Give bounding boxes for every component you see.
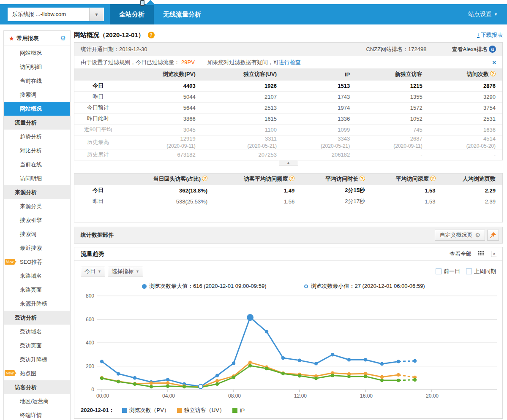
help-icon[interactable]: ? [289, 176, 294, 181]
help-icon[interactable]: ? [202, 176, 207, 181]
sidebar-item[interactable]: 受访域名 [4, 325, 70, 339]
cell-value: - [357, 149, 429, 160]
sidebar-item[interactable]: 搜索引擎 [4, 213, 70, 227]
svg-text:08:00: 08:00 [228, 393, 241, 399]
sidebar-item[interactable]: 网站概况 [4, 46, 70, 60]
customize-overview-button[interactable]: 自定义概况页 ⚙ [435, 230, 485, 241]
sidebar-section: 受访分析 [4, 311, 70, 325]
sidebar-item[interactable]: 最近搜索 [4, 241, 70, 255]
callout-arrow-icon [145, 0, 155, 5]
site-selector[interactable]: 乐乐线报 ...-llxbw.com ▼ [8, 8, 104, 21]
min-point-icon [304, 285, 308, 288]
pin-button[interactable] [487, 230, 499, 241]
help-icon[interactable]: ? [490, 71, 496, 76]
cell-value: 1355 [357, 91, 429, 102]
help-icon[interactable]: ? [360, 176, 365, 181]
sidebar-item[interactable]: 来源升降榜 [4, 297, 70, 311]
sidebar-item[interactable]: 当前在线 [4, 157, 70, 171]
legend-item[interactable]: 独立访客（UV） [177, 406, 225, 414]
notice-filtered-pv: 29PV [181, 59, 195, 65]
phone-icon [140, 0, 144, 6]
svg-text:0: 0 [91, 387, 94, 393]
engagement-table: 当日回头访客(占比)?访客平均访问频度?平均访问时长?平均访问深度?人均浏览页数… [74, 173, 502, 207]
sidebar-item[interactable]: 受访升降榜 [4, 352, 70, 366]
max-value-label: 浏览次数最大值：616 (2020-12-01 09:00-09:59) [149, 282, 266, 290]
checkbox-icon[interactable] [436, 268, 442, 274]
download-report-link[interactable]: ↓ 下载报表 [477, 31, 503, 39]
sidebar-item[interactable]: 来路页面 [4, 283, 70, 297]
cell-value: 2分15秒 [301, 185, 372, 196]
notice-text: 由于设置了过滤规则，今日已过滤流量： [81, 59, 180, 66]
alexa-rank-link[interactable]: 查看Alexa排名 a [452, 46, 496, 53]
sidebar-item[interactable]: 来路域名 [4, 269, 70, 283]
legend-label: 浏览次数（PV） [129, 406, 169, 414]
table-row: 昨日538(25.53%)1.562分17秒1.532.39 [74, 196, 502, 207]
sidebar-item[interactable]: 对比分析 [4, 144, 70, 157]
sidebar-item[interactable]: 受访页面 [4, 339, 70, 352]
svg-text:600: 600 [86, 317, 94, 322]
sidebar-item[interactable]: 搜索词 [4, 227, 70, 241]
top-tab[interactable]: 全站分析 [110, 4, 154, 24]
cell-value: 1.49 [214, 185, 301, 196]
cell-value: 207253 [202, 149, 283, 160]
cell-value: 2531 [429, 113, 502, 124]
line-chart[interactable]: 020040060080000:0004:0008:0012:0016:0020… [74, 290, 502, 405]
gear-icon[interactable]: ⚙ [60, 35, 66, 42]
site-settings-menu[interactable]: 站点设置 ▼ [468, 4, 498, 24]
sidebar-item[interactable]: 访问明细 [4, 60, 70, 74]
grid-icon[interactable] [478, 251, 484, 257]
legend-label: 独立访客（UV） [184, 406, 225, 414]
date-range-button[interactable]: 今日 ▼ [81, 266, 105, 276]
cell-value: 1572 [357, 102, 429, 113]
sidebar-section: 来源分析 [4, 185, 70, 199]
sidebar-item[interactable]: 终端详情 [4, 408, 70, 420]
new-badge: New [5, 370, 15, 376]
column-header: 平均访问深度? [372, 173, 442, 185]
cell-value: 538(25.53%) [122, 196, 214, 207]
cell-value: 1100 [202, 124, 283, 135]
sidebar-item[interactable]: New热点图 [4, 366, 70, 380]
checkbox-icon[interactable] [466, 268, 472, 274]
close-panel-icon[interactable]: × [491, 251, 497, 257]
sidebar-item[interactable]: 网站概况 [4, 102, 70, 116]
metric-select-button[interactable]: 选择指标 ▼ [108, 266, 143, 276]
cell-value: 745 [357, 124, 429, 135]
column-header: 访问次数? [429, 69, 502, 80]
collapse-button[interactable]: ▲ [279, 160, 298, 165]
top-tab[interactable]: 无线流量分析 [154, 4, 210, 24]
legend-item[interactable]: 浏览次数（PV） [122, 406, 169, 414]
column-header: 独立访客(UV) [202, 69, 283, 80]
help-icon[interactable]: ? [148, 32, 155, 38]
table-row: 历史累计673182207253206182-- [74, 149, 502, 160]
row-label: 今日预计 [74, 102, 122, 113]
sidebar-item[interactable]: 趋势分析 [4, 130, 70, 144]
sidebar-item[interactable]: 地区/运营商 [4, 394, 70, 408]
help-icon[interactable]: ? [430, 176, 436, 181]
sidebar-item[interactable]: 访问明细 [4, 171, 70, 185]
svg-text:200: 200 [86, 363, 94, 369]
filter-notice-bar: 由于设置了过滤规则，今日已过滤流量： 29PV 如果您对过滤数据有疑问，可 进行… [74, 56, 502, 69]
cell-value: 1.56 [214, 196, 301, 207]
sidebar-header-label: 常用报表 [17, 35, 39, 42]
check-link[interactable]: 进行检查 [279, 59, 301, 66]
chevron-down-icon[interactable]: ▼ [89, 8, 104, 21]
column-header: 平均访问时长? [301, 173, 372, 185]
cell-value: 3311(2020-05-21) [202, 135, 283, 149]
sidebar-item[interactable]: 来源分类 [4, 199, 70, 213]
sidebar-item[interactable]: 当前在线 [4, 74, 70, 88]
row-label: 昨日 [74, 196, 122, 207]
close-icon[interactable]: × [492, 59, 496, 66]
view-all-link[interactable]: 查看全部 [450, 250, 472, 258]
sidebar-item[interactable]: NewSEO推荐 [4, 255, 70, 269]
compare-checkbox[interactable]: 前一日 [436, 268, 460, 275]
sidebar-section: 流量分析 [4, 116, 70, 130]
legend-item[interactable]: IP [232, 407, 245, 414]
sidebar-item[interactable]: 搜索词 [4, 88, 70, 102]
column-header: 访客平均访问频度? [214, 173, 301, 185]
cell-value: 5044 [122, 91, 202, 102]
cell-value: 2513 [202, 102, 283, 113]
compare-checkbox[interactable]: 上周同期 [466, 268, 496, 275]
top-tabs: 全站分析无线流量分析 [110, 4, 210, 24]
panel-title: 流量趋势 [81, 250, 104, 258]
overview-table: 浏览次数(PV)独立访客(UV)IP新独立访客访问次数?今日4403192615… [74, 69, 502, 160]
